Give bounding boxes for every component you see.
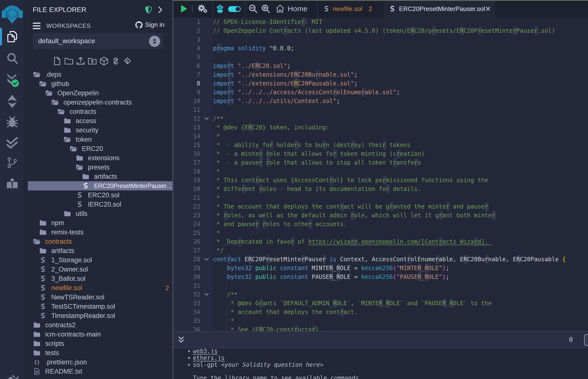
file-explorer-icon[interactable]	[0, 30, 24, 44]
fold-chevron-icon[interactable]	[203, 255, 210, 264]
tree-item-contracts2[interactable]: contracts2	[24, 320, 173, 330]
tree-item-scripts[interactable]: scripts	[24, 339, 173, 348]
tree-item--prettierrc-json[interactable]: {}.prettierrc.json	[24, 358, 173, 367]
git-clone-icon[interactable]	[122, 55, 133, 67]
remix-logo-icon[interactable]	[0, 4, 24, 24]
tab-erc20presetminterpauser[interactable]: ERC20PresetMinterPauser.sol ✕	[384, 0, 495, 17]
workspace-select[interactable]: default_workspace	[33, 33, 163, 49]
tree-item-artifacts[interactable]: artifacts	[24, 246, 173, 255]
tree-item-artifacts[interactable]: artifacts	[24, 172, 173, 181]
tab-close-icon[interactable]: ✕	[485, 5, 491, 13]
run-script-button[interactable]	[180, 5, 187, 13]
tree-item-extensions[interactable]: extensions	[24, 153, 173, 163]
tree-item-github[interactable]: github	[24, 79, 173, 88]
fold-chevron-icon[interactable]	[203, 290, 210, 299]
tree-item-presets[interactable]: presets	[24, 163, 173, 172]
terminal-hint: Type the library name to see available c…	[173, 375, 588, 379]
plugin-manager-icon[interactable]	[0, 372, 24, 379]
tree-item-contracts[interactable]: contracts	[24, 237, 173, 246]
tree-item-label: ERC20	[82, 145, 103, 153]
top-accent-strip	[173, 0, 588, 1]
git-icon[interactable]	[0, 156, 24, 169]
terminal-collapse-icon[interactable]	[178, 336, 185, 344]
tab-home[interactable]: Home	[276, 0, 308, 17]
code-line-27: */	[213, 246, 588, 255]
bullet-icon	[188, 357, 190, 359]
github-signin[interactable]: Sign in	[135, 21, 165, 29]
folder-icon	[63, 118, 71, 124]
terminal-entry-text[interactable]: web3.js	[193, 349, 217, 355]
tree-item-utils[interactable]: utils	[24, 209, 173, 218]
tree-item-timestampreader-sol[interactable]: TimestampReader.sol	[24, 311, 173, 320]
tree-item-readme-txt[interactable]: README.txt	[24, 367, 173, 376]
search-icon[interactable]	[0, 52, 24, 65]
terminal-output[interactable]: web3.jsethers.jssol-gpt <your Solidity q…	[173, 349, 588, 379]
tree-item-security[interactable]: security	[24, 126, 173, 135]
tree-item-npm[interactable]: npm	[24, 218, 173, 228]
terminal-entry-text[interactable]: ethers.js	[193, 355, 225, 362]
tree-item-openzeppelin-contracts[interactable]: openzeppelin-contracts	[24, 98, 173, 107]
upload-folder-icon[interactable]	[86, 55, 98, 67]
tree-item-icm-contracts-main[interactable]: icm-contracts-main	[24, 330, 173, 339]
folder-icon	[82, 174, 90, 179]
remix-ai-robot-icon[interactable]	[217, 4, 223, 13]
terminal-search-box-partial[interactable]	[584, 334, 588, 346]
code-line-7: import "../extensions/ERC20Burnable.sol"…	[213, 70, 588, 79]
tree-item--deps[interactable]: .deps	[24, 70, 173, 79]
link-icon[interactable]	[110, 55, 122, 67]
shield-icon	[145, 6, 152, 14]
chevron-right-icon[interactable]	[158, 6, 163, 13]
tree-item-label: artifacts	[51, 247, 75, 255]
tree-item-3-ballot-sol[interactable]: 3_Ballot.sol	[24, 274, 173, 283]
zoom-in-icon[interactable]	[261, 4, 271, 14]
github-icon	[135, 21, 143, 29]
tree-item-token[interactable]: token	[24, 135, 173, 144]
solidity-compiler-icon[interactable]	[0, 73, 24, 89]
terminal-listen-count: 0	[569, 336, 573, 343]
sol-icon	[76, 201, 83, 207]
terminal-entry[interactable]: web3.js	[173, 349, 588, 355]
tree-item-erc20[interactable]: ERC20	[24, 144, 173, 153]
deploy-run-icon[interactable]	[0, 94, 24, 109]
tree-item-testsctimestamp-sol[interactable]: TestSCTimestamp.sol	[24, 302, 173, 311]
new-file-icon[interactable]	[51, 55, 63, 67]
tree-item-remix-tests[interactable]: remix-tests	[24, 228, 173, 237]
ipfs-cube-icon[interactable]	[98, 55, 110, 67]
tree-item-tests[interactable]: tests	[24, 348, 173, 358]
folder-open-icon	[63, 137, 71, 142]
fold-chevron-icon[interactable]	[203, 114, 210, 123]
line-number: 8	[173, 79, 200, 88]
line-number: 13	[173, 123, 200, 132]
tab-newfile[interactable]: newfile.sol 2	[324, 0, 372, 17]
code-line-8: import "../extensions/ERC20Pausable.sol"…	[213, 79, 588, 88]
unit-testing-icon[interactable]	[0, 136, 24, 148]
tree-item-newtsreader-sol[interactable]: NewTSReader.sol	[24, 293, 173, 302]
tree-item-2-owner-sol[interactable]: 2_Owner.sol	[24, 265, 173, 274]
tree-item-contracts[interactable]: contracts	[24, 107, 173, 116]
tree-item-label: scripts	[45, 340, 64, 347]
tree-item-erc20presetminterpauser-sol[interactable]: ERC20PresetMinterPauser.sol	[24, 181, 173, 190]
code-editor[interactable]: 1234567891011121314151617181920212223242…	[173, 17, 588, 331]
terminal-entry[interactable]: sol-gpt <your Solidity question here>	[173, 362, 588, 368]
debugger-icon[interactable]	[0, 115, 24, 129]
code-line-11	[213, 106, 588, 114]
workspace-sort-icon[interactable]	[149, 36, 160, 47]
zoom-out-icon[interactable]	[248, 4, 258, 14]
bullet-icon	[188, 364, 190, 366]
tree-item-erc20-sol[interactable]: ERC20.sol	[24, 190, 173, 200]
new-folder-icon[interactable]	[63, 55, 75, 67]
compile-run-gear-icon[interactable]	[197, 3, 209, 14]
ai-toggle-on[interactable]	[228, 6, 241, 12]
line-number: 29	[173, 264, 200, 272]
learneth-icon[interactable]	[0, 177, 24, 190]
tree-item-1-storage-sol[interactable]: 1_Storage.sol	[24, 255, 173, 265]
code-line-4: pragma solidity ^0.8.0;	[213, 44, 588, 53]
tree-item-ierc20-sol[interactable]: IERC20.sol	[24, 200, 173, 209]
workspaces-menu-icon[interactable]	[33, 22, 41, 29]
tree-item-newfile-sol[interactable]: newfile.sol2	[24, 283, 173, 293]
code-line-22: * The account that deploys the contract …	[213, 202, 588, 211]
upload-file-icon[interactable]	[75, 55, 86, 67]
tree-item-access[interactable]: access	[24, 116, 173, 126]
terminal-entry[interactable]: ethers.js	[173, 355, 588, 362]
tree-item-openzeppelin[interactable]: OpenZeppelin	[24, 88, 173, 98]
